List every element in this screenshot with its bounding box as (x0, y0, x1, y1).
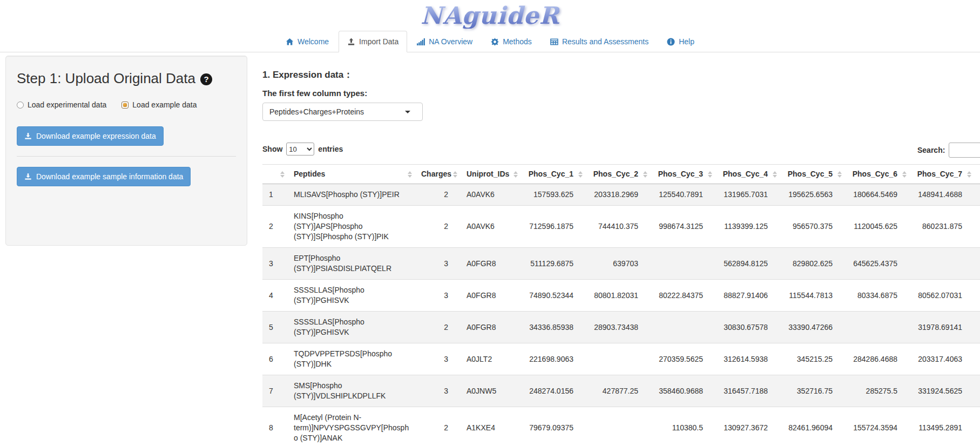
import-data-panel: 1. Expression data： The first few column… (262, 56, 980, 446)
table-row[interactable]: 6TQDPVPPETPSDS[Phospho (STY)]DHK3A0JLT22… (262, 343, 980, 375)
column-header-phos-cyc-6[interactable]: Phos_Cyc_6 (846, 165, 910, 184)
value-cell: 34336.85938 (522, 312, 586, 343)
peptide-cell: KINS[Phospho (STY)]APS[Phospho (STY)]S[P… (288, 206, 416, 248)
peptide-cell: TQDPVPPETPSDS[Phospho (STY)]DHK (288, 343, 416, 375)
column-header-phos-cyc-5[interactable]: Phos_Cyc_5 (781, 165, 846, 184)
sort-icon (453, 171, 457, 178)
value-cell: 130927.3672 (716, 407, 781, 446)
nav-tab-import-data[interactable]: Import Data (339, 31, 407, 52)
value-cell: 1120045.625 (846, 206, 910, 248)
peptide-cell: M[Acetyl (Protein N-term)]NPVYSPGSSGVPY[… (288, 407, 416, 446)
sort-icon (513, 171, 518, 178)
charge-cell: 2 (416, 184, 461, 206)
page-size-select[interactable]: 10 (286, 143, 314, 156)
row-index-cell: 4 (262, 280, 288, 312)
uniprot-cell: A0JNW5 (461, 375, 522, 407)
search-input[interactable] (949, 143, 980, 158)
value-cell: 1139399.125 (716, 206, 781, 248)
column-header-phos-cyc-2[interactable]: Phos_Cyc_2 (586, 165, 651, 184)
value-cell: 248274.0156 (522, 375, 586, 407)
value-cell (586, 407, 651, 446)
sort-icon (280, 171, 285, 178)
download-icon (24, 173, 32, 180)
nav-tab-na-overview[interactable]: NA Overview (408, 31, 481, 52)
expression-data-table: Peptides Charges Uniprot_IDs Phos_Cyc_1 … (262, 164, 980, 446)
column-header-uniprot-ids[interactable]: Uniprot_IDs (461, 165, 522, 184)
nav-tab-results[interactable]: Results and Assessments (542, 31, 657, 52)
row-index-cell: 3 (262, 248, 288, 280)
radio-load-example-data[interactable]: Load example data (121, 100, 197, 109)
upload-sidebar-panel: Step 1: Upload Original Data Load experi… (5, 56, 247, 246)
filler-cell (975, 248, 980, 280)
download-expression-data-button[interactable]: Download example expression data (17, 126, 164, 146)
table-row[interactable]: 5SSSSLLAS[Phospho (STY)]PGHISVK2A0FGR834… (262, 312, 980, 343)
value-cell: 30830.67578 (716, 312, 781, 343)
download-sample-info-button[interactable]: Download example sample information data (17, 167, 191, 186)
value-cell (651, 248, 716, 280)
row-index-cell: 6 (262, 343, 288, 375)
divider (17, 156, 236, 157)
value-cell: 270359.5625 (651, 343, 716, 375)
filler-cell (975, 184, 980, 206)
nav-tab-label: Import Data (359, 37, 398, 46)
value-cell: 33390.47266 (781, 312, 846, 343)
filler-cell (975, 343, 980, 375)
nav-tab-welcome[interactable]: Welcome (277, 31, 337, 52)
value-cell: 511129.6875 (522, 248, 586, 280)
column-header-phos-cyc-3[interactable]: Phos_Cyc_3 (651, 165, 716, 184)
sort-icon (408, 171, 412, 178)
entries-label: entries (318, 145, 343, 153)
value-cell: 80334.6875 (846, 280, 910, 312)
column-header-phos-cyc-7[interactable]: Phos_Cyc_7 (910, 165, 975, 184)
info-circle-icon (667, 38, 675, 46)
table-row[interactable]: 1MLISAVS[Phospho (STY)]PEIR2A0AVK6157593… (262, 184, 980, 206)
upload-icon (347, 38, 355, 46)
data-source-radio-group: Load experimental data Load example data (17, 100, 236, 109)
value-cell: 331924.5625 (910, 375, 975, 407)
sort-icon (837, 171, 842, 178)
table-row[interactable]: 3EPT[Phospho (STY)]PSIASDISLPIATQELR3A0F… (262, 248, 980, 280)
peptide-cell: SSSSLLAS[Phospho (STY)]PGHISVK (288, 280, 416, 312)
column-header-phos-cyc-1[interactable]: Phos_Cyc_1 (522, 165, 586, 184)
nav-tab-label: NA Overview (429, 37, 472, 46)
table-row[interactable]: 2KINS[Phospho (STY)]APS[Phospho (STY)]S[… (262, 206, 980, 248)
nav-tab-methods[interactable]: Methods (482, 31, 540, 52)
column-header-index[interactable] (262, 165, 288, 184)
radio-load-experimental-data[interactable]: Load experimental data (17, 100, 106, 109)
column-types-select[interactable]: Peptides+Charges+Proteins (262, 103, 423, 121)
table-row[interactable]: 7SMS[Phospho (STY)]VDLSHIPLKDPLLFK3A0JNW… (262, 375, 980, 407)
value-cell: 358460.9688 (651, 375, 716, 407)
column-header-charges[interactable]: Charges (416, 165, 461, 184)
charge-cell: 3 (416, 280, 461, 312)
home-icon (286, 38, 294, 46)
value-cell: 157593.625 (522, 184, 586, 206)
uniprot-cell: A0FGR8 (461, 312, 522, 343)
table-header-row: Peptides Charges Uniprot_IDs Phos_Cyc_1 … (262, 165, 980, 184)
column-header-filler (975, 165, 980, 184)
uniprot-cell: A0FGR8 (461, 248, 522, 280)
value-cell: 284286.4688 (846, 343, 910, 375)
peptide-cell: SSSSLLAS[Phospho (STY)]PGHISVK (288, 312, 416, 343)
value-cell: 195625.6563 (781, 184, 846, 206)
datatable-controls: Show 10 entries Search: (262, 143, 980, 159)
charge-cell: 2 (416, 407, 461, 446)
signal-icon (417, 38, 425, 46)
table-row[interactable]: 4SSSSLLAS[Phospho (STY)]PGHISVK3A0FGR874… (262, 280, 980, 312)
uniprot-cell: A0AVK6 (461, 184, 522, 206)
value-cell: 155724.3594 (846, 407, 910, 446)
charge-cell: 3 (416, 343, 461, 375)
filler-cell (975, 312, 980, 343)
uniprot-cell: A1KXE4 (461, 407, 522, 446)
column-header-phos-cyc-4[interactable]: Phos_Cyc_4 (716, 165, 781, 184)
value-cell: 352716.75 (781, 375, 846, 407)
column-header-peptides[interactable]: Peptides (288, 165, 416, 184)
value-cell: 860231.875 (910, 206, 975, 248)
question-circle-icon[interactable] (200, 73, 212, 85)
uniprot-cell: A0FGR8 (461, 280, 522, 312)
nav-tab-label: Results and Assessments (562, 37, 648, 46)
nav-tab-help[interactable]: Help (658, 31, 703, 52)
table-row[interactable]: 8M[Acetyl (Protein N-term)]NPVYSPGSSGVPY… (262, 407, 980, 446)
search-label: Search: (917, 146, 945, 154)
value-cell: 285275.5 (846, 375, 910, 407)
row-index-cell: 7 (262, 375, 288, 407)
